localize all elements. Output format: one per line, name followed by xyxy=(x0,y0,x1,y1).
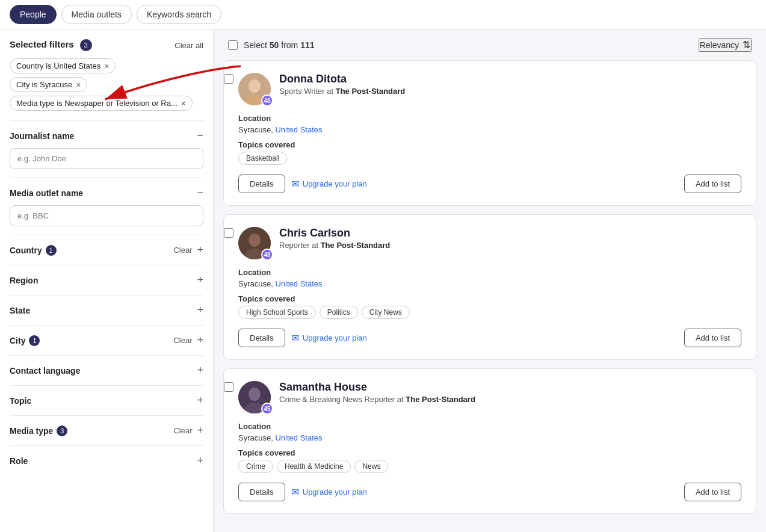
filter-role: Role + xyxy=(10,445,203,475)
filter-region-header[interactable]: Region + xyxy=(10,274,203,286)
card-left-actions-samantha: Details ✉ Upgrade your plan xyxy=(238,483,367,501)
location-country-link-donna[interactable]: United States xyxy=(275,125,322,134)
details-button-donna[interactable]: Details xyxy=(238,175,285,193)
upgrade-button-donna[interactable]: ✉ Upgrade your plan xyxy=(291,178,367,190)
plus-icon-topic: + xyxy=(197,394,203,407)
filter-journalist-name-header[interactable]: Journalist name − xyxy=(10,129,203,142)
filter-topic-header[interactable]: Topic + xyxy=(10,394,203,407)
filter-contact-language-header[interactable]: Contact language + xyxy=(10,364,203,377)
filter-city-clear[interactable]: Clear xyxy=(173,336,192,345)
filter-country-clear[interactable]: Clear xyxy=(173,246,192,255)
journalist-name-input[interactable] xyxy=(10,148,203,169)
filter-tag-mediatype-remove[interactable]: × xyxy=(181,99,186,108)
filter-topic-title: Topic xyxy=(10,396,31,406)
journalist-card-donna-ditota: 48 Donna Ditota Sports Writer at The Pos… xyxy=(223,60,756,206)
location-label-chris: Location xyxy=(238,268,741,277)
add-to-list-button-chris[interactable]: Add to list xyxy=(684,329,741,347)
filter-tag-city-label: City is Syracuse xyxy=(16,80,72,89)
selected-filters-title-row: Selected filters 3 xyxy=(10,39,92,51)
journalist-card-chris-carlson: 48 Chris Carlson Reporter at The Post-St… xyxy=(223,214,756,360)
card-actions-donna: Details ✉ Upgrade your plan Add to list xyxy=(238,175,741,193)
avatar-score-chris: 48 xyxy=(261,249,273,261)
relevancy-button[interactable]: Relevancy ⇅ xyxy=(699,38,752,52)
topics-row-donna: Basketball xyxy=(238,152,741,165)
media-outlet-name-input[interactable] xyxy=(10,205,203,226)
card-header-samantha: 45 Samantha House Crime & Breaking News … xyxy=(238,381,741,413)
plus-icon-region: + xyxy=(197,274,203,286)
nav-people[interactable]: People xyxy=(10,5,57,24)
plus-icon-contact-language: + xyxy=(197,364,203,377)
journalist-role-chris: Reporter at The Post-Standard xyxy=(279,241,741,250)
journalist-name-donna: Donna Ditota xyxy=(279,73,741,85)
location-value-donna: Syracuse, United States xyxy=(238,125,741,134)
app-container: People Media outlets Keywords search Sel… xyxy=(0,0,766,532)
filter-country-header[interactable]: Country 1 Clear + xyxy=(10,244,203,256)
location-section-chris: Location Syracuse, United States xyxy=(238,268,741,288)
details-button-chris[interactable]: Details xyxy=(238,329,285,347)
filter-city-header[interactable]: City 1 Clear + xyxy=(10,334,203,347)
filter-media-type: Media type 3 Clear + xyxy=(10,415,203,445)
journalist-role-donna: Sports Writer at The Post-Standard xyxy=(279,87,741,96)
filter-tag-country-remove[interactable]: × xyxy=(104,62,109,70)
selected-filters-title: Selected filters xyxy=(10,39,74,49)
card-header-chris: 48 Chris Carlson Reporter at The Post-St… xyxy=(238,227,741,259)
filter-journalist-name: Journalist name − xyxy=(10,120,203,178)
avatar-wrap-donna: 48 xyxy=(238,73,271,105)
upgrade-button-samantha[interactable]: ✉ Upgrade your plan xyxy=(291,486,367,498)
filter-media-outlet-name: Media outlet name − xyxy=(10,178,203,235)
nav-keywords-search[interactable]: Keywords search xyxy=(137,5,221,24)
filter-country-badge: 1 xyxy=(46,245,57,256)
filter-tag-city: City is Syracuse × xyxy=(10,77,87,92)
selected-filters-header: Selected filters 3 Clear all xyxy=(10,39,203,51)
topic-tag-politics: Politics xyxy=(320,306,358,319)
filter-region: Region + xyxy=(10,265,203,295)
card-checkbox-donna[interactable] xyxy=(224,74,233,84)
card-header-donna: 48 Donna Ditota Sports Writer at The Pos… xyxy=(238,73,741,105)
filter-media-type-clear[interactable]: Clear xyxy=(173,426,192,435)
card-actions-chris: Details ✉ Upgrade your plan Add to list xyxy=(238,329,741,347)
upgrade-button-chris[interactable]: ✉ Upgrade your plan xyxy=(291,332,367,344)
details-button-samantha[interactable]: Details xyxy=(238,483,285,501)
filter-role-header[interactable]: Role + xyxy=(10,454,203,467)
add-to-list-button-donna[interactable]: Add to list xyxy=(684,175,741,193)
topic-tag-news: News xyxy=(354,460,388,473)
topics-label-donna: Topics covered xyxy=(238,140,741,149)
location-country-link-samantha[interactable]: United States xyxy=(275,433,322,442)
svg-point-8 xyxy=(249,388,261,401)
filter-contact-language-title: Contact language xyxy=(10,366,80,376)
minus-icon: − xyxy=(197,129,203,142)
filter-city-badge: 1 xyxy=(29,335,40,346)
location-country-link-chris[interactable]: United States xyxy=(275,279,322,288)
filter-tag-mediatype-label: Media type is Newspaper or Television or… xyxy=(16,99,178,108)
avatar-score-samantha: 45 xyxy=(261,403,273,415)
topic-tag-highschool: High School Sports xyxy=(238,306,316,319)
journalist-name-samantha: Samantha House xyxy=(279,381,741,394)
filter-contact-language: Contact language + xyxy=(10,355,203,385)
journalist-name-chris: Chris Carlson xyxy=(279,227,741,240)
add-to-list-button-samantha[interactable]: Add to list xyxy=(684,483,741,501)
filter-tag-country-label: Country is United States xyxy=(16,61,100,70)
card-checkbox-samantha[interactable] xyxy=(224,382,233,392)
filter-country-controls: Clear + xyxy=(173,244,203,256)
filter-tag-city-remove[interactable]: × xyxy=(76,81,81,89)
filter-media-type-badge: 3 xyxy=(57,425,67,436)
topics-label-samantha: Topics covered xyxy=(238,448,741,457)
filter-media-outlet-name-header[interactable]: Media outlet name − xyxy=(10,187,203,199)
location-label-donna: Location xyxy=(238,114,741,123)
topics-section-donna: Topics covered Basketball xyxy=(238,140,741,165)
clear-all-button[interactable]: Clear all xyxy=(175,41,203,50)
filter-tag-mediatype: Media type is Newspaper or Television or… xyxy=(10,96,193,111)
card-left-actions-donna: Details ✉ Upgrade your plan xyxy=(238,175,367,193)
location-label-samantha: Location xyxy=(238,422,741,431)
select-all-checkbox[interactable] xyxy=(228,40,238,50)
filter-state-header[interactable]: State + xyxy=(10,304,203,317)
journalist-card-samantha-house: 45 Samantha House Crime & Breaking News … xyxy=(223,368,756,514)
nav-media-outlets[interactable]: Media outlets xyxy=(61,5,132,24)
filter-topic: Topic + xyxy=(10,385,203,415)
filter-media-type-header[interactable]: Media type 3 Clear + xyxy=(10,424,203,437)
sidebar: Selected filters 3 Clear all Country is … xyxy=(0,29,214,532)
filter-media-outlet-name-title: Media outlet name xyxy=(10,188,83,198)
card-checkbox-chris[interactable] xyxy=(224,228,233,238)
filter-country: Country 1 Clear + xyxy=(10,235,203,265)
envelope-icon-donna: ✉ xyxy=(291,178,299,190)
